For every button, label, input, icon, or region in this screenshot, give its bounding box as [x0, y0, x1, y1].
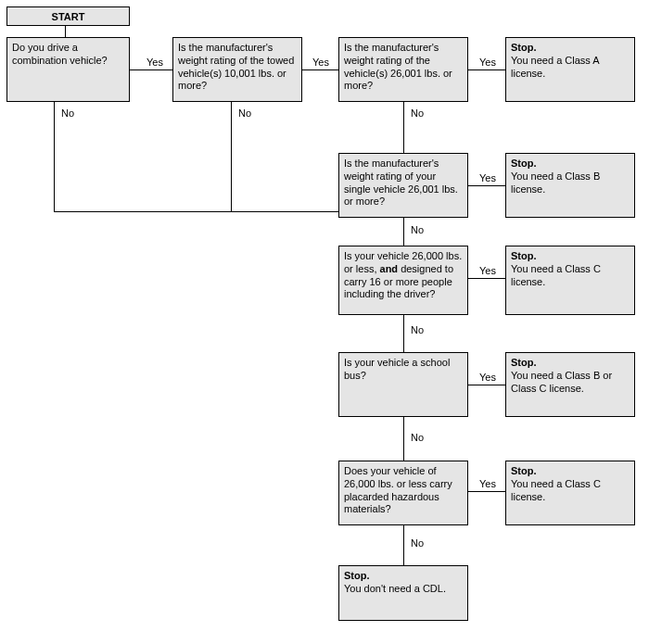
flowchart-canvas: Yes Yes Yes No No No Yes No Yes No Yes N… [0, 0, 649, 644]
edge-label: Yes [479, 479, 496, 489]
start-box: START [6, 6, 130, 26]
decision-combined-26001: Is the manufacturer's weight rating of t… [338, 37, 468, 102]
edge-label: Yes [479, 373, 496, 383]
stop-class-c-2: Stop. You need a Class C license. [505, 461, 635, 525]
edge-label: Yes [312, 57, 329, 68]
stop-class-b-or-c: Stop. You need a Class B or Class C lice… [505, 352, 635, 417]
stop-text: You don't need a CDL. [344, 583, 446, 594]
edge-label: No [411, 108, 424, 119]
stop-no-cdl: Stop. You don't need a CDL. [338, 565, 468, 621]
stop-text: You need a Class C license. [511, 263, 601, 287]
decision-single-26001: Is the manufacturer's weight rating of y… [338, 153, 468, 218]
stop-text: You need a Class B or Class C license. [511, 370, 612, 394]
edge-label: No [411, 325, 424, 335]
decision-school-bus: Is your vehicle a school bus? [338, 352, 468, 417]
stop-class-b: Stop. You need a Class B license. [505, 153, 635, 218]
edge-label: No [238, 108, 251, 119]
q5-text-bold: and [380, 263, 399, 274]
edge-label: Yes [479, 173, 496, 183]
edge-label: Yes [479, 266, 496, 276]
edge-label: No [61, 108, 74, 119]
stop-text: You need a Class A license. [511, 55, 599, 79]
edge-label: No [411, 538, 424, 549]
stop-label: Stop. [511, 465, 537, 476]
decision-combination-vehicle: Do you drive a combination vehicle? [6, 37, 130, 102]
edge-label: No [411, 225, 424, 235]
edge-label: No [411, 433, 424, 443]
stop-text: You need a Class C license. [511, 478, 601, 502]
stop-label: Stop. [344, 570, 370, 581]
decision-towed-10001: Is the manufacturer's weight rating of t… [172, 37, 302, 102]
stop-label: Stop. [511, 250, 537, 261]
stop-label: Stop. [511, 158, 537, 169]
edge-label: Yes [146, 57, 163, 68]
stop-class-a: Stop. You need a Class A license. [505, 37, 635, 102]
edge-label: Yes [479, 57, 496, 68]
stop-label: Stop. [511, 357, 537, 368]
decision-16-passengers: Is your vehicle 26,000 lbs. or less, and… [338, 246, 468, 315]
stop-text: You need a Class B license. [511, 170, 600, 195]
decision-hazmat: Does your vehicle of 26,000 lbs. or less… [338, 461, 468, 525]
stop-class-c-1: Stop. You need a Class C license. [505, 246, 635, 315]
stop-label: Stop. [511, 42, 537, 53]
